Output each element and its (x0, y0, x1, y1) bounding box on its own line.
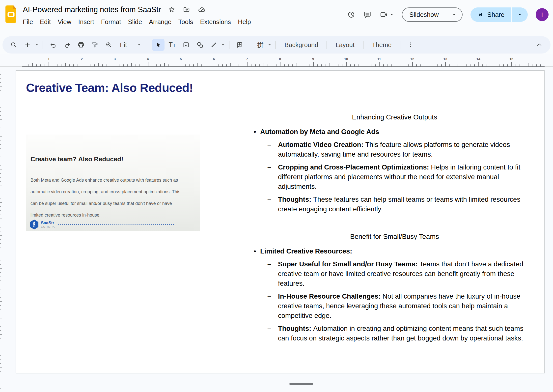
camera-dropdown-caret-icon[interactable] (389, 12, 394, 17)
bullet-item: • Limited Creative Resources: (250, 246, 539, 256)
dash-marker: – (267, 162, 278, 191)
saastr-logo-title: SaaStr (41, 221, 55, 225)
video-camera-icon[interactable] (380, 10, 388, 19)
insert-line-icon[interactable] (208, 39, 220, 51)
input-tools-caret-icon[interactable] (268, 43, 272, 47)
menu-edit[interactable]: Edit (36, 17, 54, 27)
embedded-slide-screenshot-image[interactable]: Creative team? Also Reduced! Both Meta a… (26, 135, 200, 231)
section-enhancing-creative-outputs: Enhancing Creative Outputs • Automation … (250, 112, 539, 214)
bullet-marker: • (250, 246, 260, 256)
zoom-caret-icon (137, 43, 141, 47)
search-menus-icon[interactable] (7, 39, 20, 51)
section-heading: Enhancing Creative Outputs (250, 112, 539, 122)
insert-image-icon[interactable] (180, 39, 192, 51)
dash-marker: – (267, 324, 278, 343)
print-icon[interactable] (75, 39, 87, 51)
new-slide-group (21, 39, 39, 51)
account-avatar[interactable]: i (536, 8, 549, 21)
undo-icon[interactable] (47, 39, 59, 51)
menu-format[interactable]: Format (98, 17, 125, 27)
section-heading: Benefit for Small/Busy Teams (250, 232, 539, 241)
move-folder-icon[interactable] (183, 6, 190, 13)
background-button[interactable]: Background (280, 41, 323, 49)
toolbar-divider (363, 41, 363, 49)
new-slide-plus-icon[interactable] (21, 39, 34, 51)
menu-bar: File Edit View Insert Format Slide Arran… (23, 17, 254, 27)
toolbar-divider (400, 41, 400, 49)
theme-button[interactable]: Theme (367, 41, 396, 49)
title-row: AI-Powered marketing notes from SaaStr (23, 4, 254, 15)
menu-slide[interactable]: Slide (124, 17, 145, 27)
layout-button[interactable]: Layout (331, 41, 359, 49)
share-dropdown-caret-icon[interactable] (512, 7, 528, 22)
add-comment-icon[interactable] (233, 39, 246, 51)
line-caret-icon[interactable] (221, 43, 225, 47)
menu-help[interactable]: Help (234, 17, 254, 27)
slide-canvas[interactable]: Creative Team: Also Reduced! Creative te… (16, 70, 545, 373)
canvas-area: 123456789101112131415 Creative Team: Als… (0, 54, 553, 392)
insert-line-group (208, 39, 225, 51)
sub-bullet-item: – Super Useful for Small and/or Busy Tea… (250, 259, 539, 288)
title-icons (168, 6, 206, 13)
google-slides-logo-icon[interactable] (4, 5, 18, 23)
toolbar-divider (250, 41, 250, 49)
text-box-icon[interactable]: TT (166, 39, 178, 51)
more-options-icon[interactable] (404, 39, 417, 51)
new-slide-caret-icon[interactable] (35, 43, 39, 47)
cloud-saved-icon[interactable] (198, 6, 206, 13)
slideshow-button[interactable]: Slideshow (402, 8, 446, 21)
menu-arrange[interactable]: Arrange (145, 17, 175, 27)
header-main: AI-Powered marketing notes from SaaStr (23, 4, 254, 27)
slide-title[interactable]: Creative Team: Also Reduced! (26, 81, 193, 95)
star-icon[interactable] (168, 6, 175, 13)
input-tools-icon[interactable]: 拼 (254, 39, 267, 51)
header: AI-Powered marketing notes from SaaStr (0, 0, 553, 36)
toolbar-divider (43, 41, 43, 49)
insert-shape-icon[interactable] (194, 39, 206, 51)
slideshow-dropdown-caret-icon[interactable] (446, 8, 462, 21)
paint-format-icon[interactable] (89, 39, 101, 51)
comments-icon[interactable] (363, 10, 372, 19)
toolbar-divider (148, 41, 148, 49)
zoom-select[interactable]: Fit (116, 41, 144, 49)
bullet-text: Automation by Meta and Google Ads (260, 127, 379, 137)
header-actions: Slideshow Share (347, 4, 549, 22)
sub-bullet-item: – Cropping and Cross-Placement Optimizat… (250, 162, 539, 191)
sub-bullet-item: – Automatic Video Creation:This feature … (250, 140, 539, 159)
share-label: Share (487, 11, 504, 19)
meet-camera-group (380, 10, 394, 19)
saastr-rocket-icon (29, 219, 39, 230)
horizontal-ruler: 123456789101112131415 (0, 56, 553, 67)
bullet-text: Limited Creative Resources: (260, 246, 352, 256)
menu-insert[interactable]: Insert (75, 17, 98, 27)
dash-marker: – (267, 259, 278, 288)
bullet-marker: • (250, 127, 260, 137)
dash-marker: – (267, 195, 278, 214)
embedded-image-body: Both Meta and Google Ads enhance creativ… (30, 177, 197, 224)
menu-view[interactable]: View (54, 17, 75, 27)
sub-bullet-item: – Thoughts:These features can help small… (250, 195, 539, 214)
toolbar-divider (327, 41, 327, 49)
speaker-notes-drag-handle[interactable] (289, 383, 313, 385)
redo-icon[interactable] (61, 39, 73, 51)
share-button[interactable]: Share (470, 7, 511, 22)
sub-bullet-item: – Thoughts:Automation in creating and op… (250, 324, 539, 343)
select-tool-icon[interactable] (152, 39, 165, 51)
sub-bullet-item: – In-House Resource Challenges:Not all c… (250, 291, 539, 320)
embedded-image-heading: Creative team? Also Reduced! (30, 155, 123, 163)
version-history-icon[interactable] (347, 10, 355, 19)
zoom-icon[interactable] (103, 39, 115, 51)
menu-file[interactable]: File (23, 17, 36, 27)
slide-body-text[interactable]: Enhancing Creative Outputs • Automation … (250, 112, 539, 343)
google-slides-app: AI-Powered marketing notes from SaaStr (0, 0, 553, 392)
embedded-image-body-line: limited creative resources in-house. (30, 212, 197, 224)
dash-marker: – (267, 291, 278, 320)
toolbar-divider (276, 41, 276, 49)
saastr-logo: SaaStr EUROPA (29, 219, 55, 230)
menu-extensions[interactable]: Extensions (196, 17, 234, 27)
document-title[interactable]: AI-Powered marketing notes from SaaStr (23, 5, 161, 14)
menu-tools[interactable]: Tools (175, 17, 197, 27)
embedded-image-body-line: automatic video creation, cropping, and … (30, 189, 197, 200)
collapse-toolbar-icon[interactable] (533, 39, 546, 51)
embedded-image-body-line: Both Meta and Google Ads enhance creativ… (30, 177, 197, 189)
